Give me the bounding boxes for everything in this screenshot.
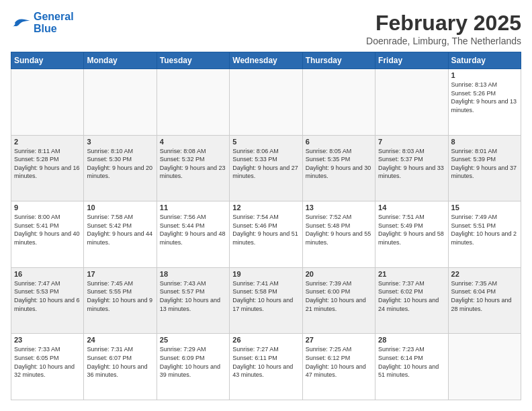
table-cell	[302, 69, 375, 136]
day-info: Sunrise: 7:49 AM Sunset: 5:51 PM Dayligh…	[451, 213, 518, 246]
calendar-table: Sunday Monday Tuesday Wednesday Thursday…	[11, 52, 521, 400]
table-cell: 27Sunrise: 7:25 AM Sunset: 6:12 PM Dayli…	[302, 334, 375, 400]
day-number: 16	[14, 270, 81, 278]
title-area: February 2025 Doenrade, Limburg, The Net…	[366, 11, 521, 46]
day-number: 20	[306, 270, 372, 278]
table-cell: 4Sunrise: 8:08 AM Sunset: 5:32 PM Daylig…	[157, 135, 229, 201]
table-cell	[157, 69, 229, 136]
day-number: 4	[160, 138, 226, 146]
table-cell: 26Sunrise: 7:27 AM Sunset: 6:11 PM Dayli…	[230, 334, 302, 400]
logo-text: General Blue	[34, 11, 74, 35]
day-info: Sunrise: 7:35 AM Sunset: 6:04 PM Dayligh…	[451, 279, 518, 313]
col-saturday: Saturday	[448, 52, 521, 69]
day-number: 1	[451, 71, 518, 79]
day-number: 12	[232, 203, 299, 212]
day-info: Sunrise: 7:27 AM Sunset: 6:11 PM Dayligh…	[232, 345, 299, 379]
day-number: 11	[160, 203, 226, 212]
day-info: Sunrise: 8:13 AM Sunset: 5:26 PM Dayligh…	[451, 81, 518, 114]
logo: General Blue	[11, 11, 74, 35]
day-number: 21	[378, 270, 445, 278]
table-cell: 22Sunrise: 7:35 AM Sunset: 6:04 PM Dayli…	[448, 267, 521, 334]
day-info: Sunrise: 7:47 AM Sunset: 5:53 PM Dayligh…	[14, 279, 81, 313]
day-info: Sunrise: 8:06 AM Sunset: 5:33 PM Dayligh…	[232, 147, 299, 181]
table-cell: 12Sunrise: 7:54 AM Sunset: 5:46 PM Dayli…	[230, 201, 302, 268]
table-cell	[375, 69, 448, 136]
day-info: Sunrise: 7:43 AM Sunset: 5:57 PM Dayligh…	[160, 279, 226, 313]
table-cell: 15Sunrise: 7:49 AM Sunset: 5:51 PM Dayli…	[448, 201, 521, 268]
day-info: Sunrise: 7:33 AM Sunset: 6:05 PM Dayligh…	[14, 345, 81, 379]
table-cell: 18Sunrise: 7:43 AM Sunset: 5:57 PM Dayli…	[157, 267, 229, 334]
day-number: 26	[232, 336, 299, 344]
day-info: Sunrise: 7:54 AM Sunset: 5:46 PM Dayligh…	[232, 213, 299, 246]
table-cell: 11Sunrise: 7:56 AM Sunset: 5:44 PM Dayli…	[157, 201, 229, 268]
day-info: Sunrise: 8:10 AM Sunset: 5:30 PM Dayligh…	[87, 147, 153, 181]
table-cell: 28Sunrise: 7:23 AM Sunset: 6:14 PM Dayli…	[375, 334, 448, 400]
day-number: 18	[160, 270, 226, 278]
day-number: 5	[232, 138, 299, 146]
day-number: 23	[14, 336, 81, 344]
table-cell: 17Sunrise: 7:45 AM Sunset: 5:55 PM Dayli…	[84, 267, 157, 334]
month-title: February 2025	[366, 11, 521, 36]
col-wednesday: Wednesday	[230, 52, 302, 69]
table-cell: 7Sunrise: 8:03 AM Sunset: 5:37 PM Daylig…	[375, 135, 448, 201]
day-number: 3	[87, 138, 153, 146]
table-cell: 21Sunrise: 7:37 AM Sunset: 6:02 PM Dayli…	[375, 267, 448, 334]
table-cell	[230, 69, 302, 136]
week-row-1: 1Sunrise: 8:13 AM Sunset: 5:26 PM Daylig…	[11, 69, 521, 136]
day-info: Sunrise: 8:01 AM Sunset: 5:39 PM Dayligh…	[451, 147, 518, 181]
table-cell	[11, 69, 84, 136]
table-cell: 10Sunrise: 7:58 AM Sunset: 5:42 PM Dayli…	[84, 201, 157, 268]
table-cell: 14Sunrise: 7:51 AM Sunset: 5:49 PM Dayli…	[375, 201, 448, 268]
day-number: 13	[306, 203, 372, 212]
table-cell	[84, 69, 157, 136]
day-number: 6	[306, 138, 372, 146]
day-info: Sunrise: 8:00 AM Sunset: 5:41 PM Dayligh…	[14, 213, 81, 246]
day-info: Sunrise: 7:45 AM Sunset: 5:55 PM Dayligh…	[87, 279, 153, 313]
day-number: 14	[378, 203, 445, 212]
day-number: 2	[14, 138, 81, 146]
day-info: Sunrise: 7:41 AM Sunset: 5:58 PM Dayligh…	[232, 279, 299, 313]
day-number: 19	[232, 270, 299, 278]
day-info: Sunrise: 7:58 AM Sunset: 5:42 PM Dayligh…	[87, 213, 153, 246]
table-cell: 6Sunrise: 8:05 AM Sunset: 5:35 PM Daylig…	[302, 135, 375, 201]
table-cell	[448, 334, 521, 400]
table-cell: 24Sunrise: 7:31 AM Sunset: 6:07 PM Dayli…	[84, 334, 157, 400]
day-info: Sunrise: 7:31 AM Sunset: 6:07 PM Dayligh…	[87, 345, 153, 379]
day-info: Sunrise: 7:39 AM Sunset: 6:00 PM Dayligh…	[306, 279, 372, 313]
week-row-3: 9Sunrise: 8:00 AM Sunset: 5:41 PM Daylig…	[11, 201, 521, 268]
page: General Blue February 2025 Doenrade, Lim…	[0, 0, 532, 411]
location-subtitle: Doenrade, Limburg, The Netherlands	[366, 36, 521, 46]
day-info: Sunrise: 8:05 AM Sunset: 5:35 PM Dayligh…	[306, 147, 372, 181]
day-number: 24	[87, 336, 153, 344]
week-row-4: 16Sunrise: 7:47 AM Sunset: 5:53 PM Dayli…	[11, 267, 521, 334]
day-info: Sunrise: 7:37 AM Sunset: 6:02 PM Dayligh…	[378, 279, 445, 313]
table-cell: 5Sunrise: 8:06 AM Sunset: 5:33 PM Daylig…	[230, 135, 302, 201]
col-tuesday: Tuesday	[157, 52, 229, 69]
day-number: 8	[451, 138, 518, 146]
table-cell: 13Sunrise: 7:52 AM Sunset: 5:48 PM Dayli…	[302, 201, 375, 268]
table-cell: 1Sunrise: 8:13 AM Sunset: 5:26 PM Daylig…	[448, 69, 521, 136]
table-cell: 9Sunrise: 8:00 AM Sunset: 5:41 PM Daylig…	[11, 201, 84, 268]
day-number: 9	[14, 203, 81, 212]
day-info: Sunrise: 8:11 AM Sunset: 5:28 PM Dayligh…	[14, 147, 81, 181]
day-number: 22	[451, 270, 518, 278]
day-number: 28	[378, 336, 445, 344]
table-cell: 3Sunrise: 8:10 AM Sunset: 5:30 PM Daylig…	[84, 135, 157, 201]
day-number: 25	[160, 336, 226, 344]
col-friday: Friday	[375, 52, 448, 69]
calendar-header-row: Sunday Monday Tuesday Wednesday Thursday…	[11, 52, 521, 69]
day-number: 15	[451, 203, 518, 212]
table-cell: 20Sunrise: 7:39 AM Sunset: 6:00 PM Dayli…	[302, 267, 375, 334]
table-cell: 8Sunrise: 8:01 AM Sunset: 5:39 PM Daylig…	[448, 135, 521, 201]
day-info: Sunrise: 7:51 AM Sunset: 5:49 PM Dayligh…	[378, 213, 445, 246]
table-cell: 25Sunrise: 7:29 AM Sunset: 6:09 PM Dayli…	[157, 334, 229, 400]
table-cell: 23Sunrise: 7:33 AM Sunset: 6:05 PM Dayli…	[11, 334, 84, 400]
day-info: Sunrise: 7:29 AM Sunset: 6:09 PM Dayligh…	[160, 345, 226, 379]
table-cell: 19Sunrise: 7:41 AM Sunset: 5:58 PM Dayli…	[230, 267, 302, 334]
col-monday: Monday	[84, 52, 157, 69]
table-cell: 16Sunrise: 7:47 AM Sunset: 5:53 PM Dayli…	[11, 267, 84, 334]
day-info: Sunrise: 8:08 AM Sunset: 5:32 PM Dayligh…	[160, 147, 226, 181]
logo-blue: Blue	[34, 23, 57, 34]
day-info: Sunrise: 7:25 AM Sunset: 6:12 PM Dayligh…	[306, 345, 372, 379]
logo-icon	[11, 17, 31, 29]
